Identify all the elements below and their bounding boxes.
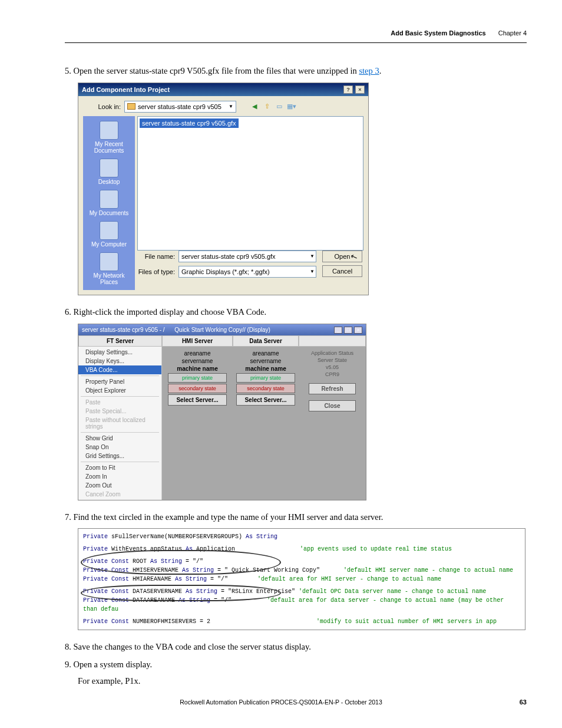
refresh-button[interactable]: Refresh: [309, 383, 356, 394]
maximize-icon[interactable]: □: [344, 327, 352, 334]
step-3-link[interactable]: step 3: [359, 66, 379, 75]
step-9-sub: For example, P1x.: [78, 676, 527, 686]
mi-paste-special: Paste Special...: [78, 407, 161, 416]
secondary-state: secondary state: [236, 384, 295, 393]
col-ft: FT Server: [78, 335, 162, 347]
header-chapter: Chapter 4: [498, 29, 527, 37]
mi-grid-settings[interactable]: Grid Settings...: [78, 452, 161, 460]
mi-property-panel[interactable]: Property Panel: [78, 377, 161, 386]
mi-show-grid[interactable]: Show Grid: [78, 434, 161, 443]
page-number: 63: [520, 699, 527, 706]
page-footer: Rockwell Automation Publication PROCES-Q…: [0, 699, 562, 706]
hmi-server-column: areaname servername machine name primary…: [162, 347, 233, 500]
lookin-label: Look in:: [83, 103, 121, 110]
lookin-combo[interactable]: server status-state cpr9 v505 ▼: [124, 101, 236, 113]
filename-input[interactable]: server status-state cpr9 v505.gfx ▼: [178, 251, 316, 262]
close-button[interactable]: Close: [309, 400, 356, 411]
chevron-down-icon: ▼: [229, 104, 233, 109]
context-menu: Display Settings... Display Keys... VBA …: [78, 347, 162, 500]
sidebar-desktop[interactable]: Desktop: [96, 157, 123, 186]
circle-annotation-1: [81, 550, 281, 575]
mi-display-keys[interactable]: Display Keys...: [78, 357, 161, 365]
mi-snap-on[interactable]: Snap On: [78, 443, 161, 452]
filestype-label: Files of type:: [137, 268, 175, 275]
network-icon: [100, 252, 118, 271]
header-title: Add Basic System Diagnostics: [391, 29, 485, 37]
step-5: 5. Open the server status-state cpr9 V50…: [65, 65, 527, 78]
step-6-text: Right-click the imported display and cho…: [74, 307, 267, 317]
col-app: [299, 335, 366, 347]
filestype-combo[interactable]: Graphic Displays (*.gfx; *.ggfx) ▼: [178, 266, 316, 278]
dialog-toolbar: ◀ ⇧ ▭ ▦▾: [249, 101, 297, 112]
mi-paste-wo: Paste without localized strings: [78, 416, 161, 431]
sidebar-network[interactable]: My Network Places: [83, 251, 135, 286]
file-selected[interactable]: server status-state cpr9 v505.gfx: [140, 118, 239, 128]
menu-separator: [81, 375, 159, 376]
sidebar-recent[interactable]: My Recent Documents: [83, 120, 135, 155]
menu-separator: [81, 396, 159, 397]
step-9-text: Open a system display.: [74, 660, 153, 669]
step-8-text: Save the changes to the VBA code and clo…: [74, 642, 311, 651]
step-num: 7.: [65, 512, 71, 522]
vba-code-screenshot: Private sFullServerName(NUMBEROFSERVERGR…: [78, 528, 525, 630]
folder-icon: [127, 103, 135, 110]
documents-icon: [100, 190, 118, 209]
mi-cancel-zoom: Cancel Zoom: [78, 490, 161, 499]
minimize-icon[interactable]: _: [334, 327, 342, 334]
step-num: 6.: [65, 307, 71, 317]
secondary-state: secondary state: [168, 384, 227, 393]
mi-zoom-out[interactable]: Zoom Out: [78, 481, 161, 490]
mi-paste: Paste: [78, 398, 161, 407]
col-hmi: HMI Server: [162, 335, 233, 347]
titlebar-buttons: ? ×: [343, 85, 365, 94]
places-sidebar: My Recent Documents Desktop My Documents…: [83, 116, 135, 290]
close-icon[interactable]: ×: [354, 327, 362, 334]
chevron-down-icon: ▼: [310, 253, 315, 259]
help-icon[interactable]: ?: [343, 85, 353, 94]
up-folder-icon[interactable]: ⇧: [262, 101, 272, 112]
step-7: 7. Find the text circled in the example …: [65, 511, 527, 524]
file-list[interactable]: server status-state cpr9 v505.gfx: [137, 116, 363, 251]
computer-icon: [100, 221, 118, 240]
lookin-value: server status-state cpr9 v505: [138, 103, 222, 110]
step-9: 9. Open a system display.: [65, 658, 527, 671]
close-icon[interactable]: ×: [355, 85, 365, 94]
step-7-text: Find the text circled in the example and…: [74, 512, 384, 522]
views-icon[interactable]: ▦▾: [286, 101, 297, 112]
page-header: Add Basic System Diagnostics Chapter 4: [391, 29, 527, 37]
mi-object-explorer[interactable]: Object Explorer: [78, 386, 161, 395]
add-component-dialog: Add Component Into Project ? × Look in: …: [78, 83, 369, 295]
menu-separator: [81, 432, 159, 433]
column-headers: FT Server HMI Server Data Server: [78, 335, 366, 347]
header-rule: [65, 42, 527, 43]
mi-display-settings[interactable]: Display Settings...: [78, 348, 161, 357]
step-5-text-b: .: [379, 66, 382, 75]
cancel-button[interactable]: Cancel: [322, 265, 362, 277]
display-title-b: Quick Start Working Copy// (Display): [174, 327, 270, 333]
recent-icon: [100, 121, 118, 140]
back-icon[interactable]: ◀: [249, 101, 260, 112]
step-6: 6. Right-click the imported display and …: [65, 306, 527, 319]
select-server-button[interactable]: Select Server...: [168, 394, 227, 406]
chevron-down-icon: ▼: [310, 269, 315, 274]
dialog-title: Add Component Into Project: [82, 86, 170, 93]
primary-state: primary state: [236, 373, 295, 383]
mi-zoom-in[interactable]: Zoom In: [78, 472, 161, 481]
sidebar-mydocs[interactable]: My Documents: [87, 189, 131, 218]
primary-state: primary state: [168, 373, 227, 383]
data-server-column: areaname servername machine name primary…: [233, 347, 299, 500]
sidebar-mycomp[interactable]: My Computer: [89, 220, 129, 249]
step-num: 8.: [65, 642, 71, 651]
dialog-titlebar: Add Component Into Project ? ×: [78, 83, 368, 96]
mi-zoom-fit[interactable]: Zoom to Fit: [78, 463, 161, 472]
filename-label: File name:: [137, 253, 175, 260]
step-8: 8. Save the changes to the VBA code and …: [65, 641, 527, 654]
mi-vba-code[interactable]: VBA Code...: [78, 365, 161, 374]
new-folder-icon[interactable]: ▭: [274, 101, 285, 112]
select-server-button[interactable]: Select Server...: [236, 394, 295, 406]
step-5-text-a: Open the server status-state cpr9 V505.g…: [74, 66, 359, 75]
display-title-a: server status-state cpr9 v505 - /: [82, 327, 165, 333]
col-data: Data Server: [233, 335, 299, 347]
circle-annotation-2: [81, 585, 281, 601]
app-status-column: Application Status Server State v5.05 CP…: [299, 347, 366, 500]
